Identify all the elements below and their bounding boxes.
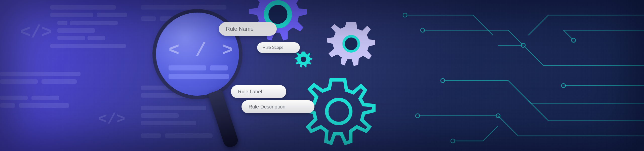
- pill-rule-name-label: Rule Name: [226, 26, 254, 32]
- svg-point-2: [521, 43, 525, 47]
- pill-rule-scope: Rule Scope: [257, 42, 300, 53]
- pill-rule-description-label: Rule Description: [249, 104, 286, 110]
- gear-small-teal-icon: [294, 50, 314, 70]
- pill-rule-label-label: Rule Label: [238, 89, 262, 95]
- pill-rule-description: Rule Description: [242, 100, 314, 113]
- circuit-traces-icon: [367, 0, 644, 151]
- svg-point-14: [301, 57, 306, 62]
- pill-rule-name: Rule Name: [219, 22, 277, 36]
- svg-point-6: [416, 114, 420, 118]
- pill-rule-label: Rule Label: [231, 85, 286, 98]
- code-tag-icon: </>: [20, 23, 52, 43]
- svg-point-8: [451, 139, 455, 143]
- svg-point-4: [441, 79, 445, 83]
- gear-lavender-icon: [327, 20, 377, 70]
- svg-point-3: [572, 38, 576, 42]
- svg-point-0: [403, 13, 407, 17]
- svg-point-1: [421, 28, 425, 32]
- code-tag-icon: </>: [98, 111, 125, 128]
- lens-code-glyph: < / >: [169, 40, 235, 61]
- svg-point-9: [327, 99, 351, 123]
- code-bars-group: [50, 5, 156, 55]
- svg-point-5: [561, 84, 566, 88]
- pill-rule-scope-label: Rule Scope: [263, 45, 284, 50]
- code-bars-group: [0, 72, 91, 109]
